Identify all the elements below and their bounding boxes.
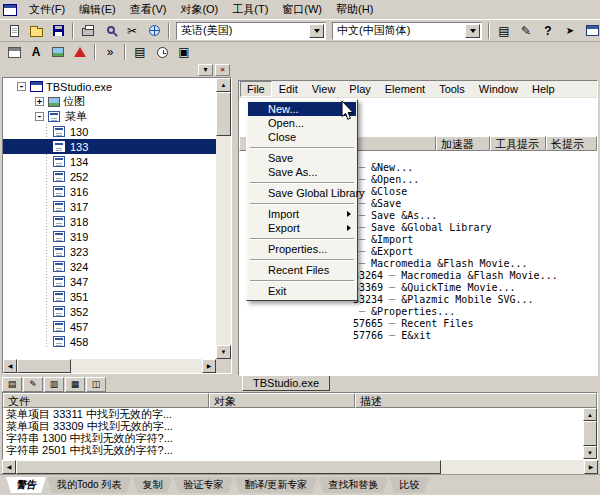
glossary-button[interactable]: ▤ (493, 21, 515, 41)
file-menu-item[interactable] (248, 256, 356, 263)
menubar-item[interactable]: 工具(T) (225, 0, 275, 19)
menubar-item[interactable]: 窗口(W) (275, 0, 329, 19)
open-file-button[interactable] (25, 21, 47, 41)
edit-note-button[interactable]: ✎ (515, 21, 537, 41)
scroll-left-button[interactable]: ◀ (3, 359, 17, 373)
tree-item[interactable]: 457 (3, 319, 216, 334)
navigator-view-button[interactable]: ✎ (23, 377, 43, 392)
scrollbar-track[interactable] (441, 460, 584, 474)
scrollbar-track[interactable] (71, 359, 202, 373)
panel-close-button[interactable]: × (215, 64, 230, 76)
output-col-object[interactable]: 对象 (209, 393, 355, 408)
tree-item[interactable]: 458 (3, 334, 216, 349)
output-col-file[interactable]: 文件 (3, 393, 209, 408)
save-button[interactable] (47, 21, 69, 41)
tree-horizontal-scrollbar[interactable]: ◀ ▶ (3, 359, 231, 373)
tree-item[interactable]: 352 (3, 304, 216, 319)
grid-header-longprompt[interactable]: 长提示 (546, 136, 597, 151)
scrollbar-thumb[interactable] (216, 92, 231, 136)
tree-group-bitmap[interactable]: + 位图 (3, 94, 216, 109)
new-file-button[interactable] (3, 21, 25, 41)
preview-menu-item[interactable]: Element (378, 81, 432, 97)
panel-menu-button[interactable]: ▾ (198, 64, 213, 76)
file-menu-item[interactable]: Import (248, 207, 356, 221)
menubar-item[interactable]: 对象(O) (173, 0, 225, 19)
navigator-view-button[interactable]: ▤ (2, 377, 22, 392)
help-button[interactable]: ? (537, 21, 559, 41)
file-menu-item[interactable]: Save Global Library (248, 186, 356, 200)
output-col-description[interactable]: 描述 (355, 393, 597, 408)
scroll-right-button[interactable]: ▶ (202, 359, 216, 373)
preview-menu-item[interactable]: Play (342, 81, 377, 97)
tree-root-tbstudio[interactable]: - TBStudio.exe (3, 79, 216, 94)
bottom-tab[interactable]: 查找和替换 (318, 477, 388, 493)
context-help-button[interactable]: ➤ (559, 21, 581, 41)
navigator-view-button[interactable]: ▦ (65, 377, 85, 392)
preview-menu-item[interactable]: View (305, 81, 343, 97)
file-menu-item[interactable]: Save (248, 151, 356, 165)
cascade-windows-button[interactable] (581, 21, 600, 41)
validate-button[interactable] (69, 42, 91, 62)
warning-row[interactable]: 字符串 2501 中找到无效的字符?... (3, 444, 583, 456)
preview-menu-item[interactable]: Help (525, 81, 562, 97)
menubar-item[interactable]: 帮助(H) (329, 0, 380, 19)
scroll-up-button[interactable]: ▲ (583, 408, 597, 421)
tree-item[interactable]: 323 (3, 244, 216, 259)
preview-menu-item[interactable]: Tools (432, 81, 472, 97)
tree-item[interactable]: 318 (3, 214, 216, 229)
tree-item[interactable]: 316 (3, 184, 216, 199)
tree-item[interactable]: 252 (3, 169, 216, 184)
cut-button[interactable]: ✂ (121, 21, 143, 41)
menubar-item[interactable]: 查看(V) (123, 0, 174, 19)
file-menu-item[interactable]: Properties... (248, 242, 356, 256)
navigator-view-button[interactable]: ▥ (44, 377, 64, 392)
menubar-item[interactable]: 文件(F) (22, 0, 72, 19)
bottom-tab[interactable]: 比较 (389, 477, 429, 493)
file-menu-item[interactable] (248, 277, 356, 284)
scroll-right-button[interactable]: ▶ (584, 460, 598, 474)
menubar-item[interactable]: 编辑(E) (72, 0, 123, 19)
source-language-dropdown-button[interactable] (309, 24, 324, 38)
bottom-tab[interactable]: 我的Todo 列表 (47, 477, 131, 493)
file-menu-item[interactable]: Exit (248, 284, 356, 298)
file-menu-item[interactable] (248, 200, 356, 207)
scroll-down-button[interactable]: ▼ (216, 345, 231, 359)
file-menu-item[interactable] (248, 179, 356, 186)
tree-item[interactable]: 351 (3, 289, 216, 304)
font-button[interactable]: A (25, 42, 47, 62)
locale-button[interactable] (143, 21, 165, 41)
bottom-tab[interactable]: 翻译/更新专家 (234, 477, 317, 493)
report-button[interactable]: ▤ (129, 42, 151, 62)
tree-item[interactable]: 317 (3, 199, 216, 214)
file-menu-item[interactable]: Save As... (248, 165, 356, 179)
tree-vertical-scrollbar[interactable]: ▲ ▼ (216, 78, 231, 359)
file-menu-item[interactable]: Open... (248, 116, 356, 130)
tree-item[interactable]: 324 (3, 259, 216, 274)
target-language-combo[interactable]: 中文(中国简体) (332, 22, 482, 40)
source-language-combo[interactable]: 英语(美国) (176, 22, 326, 40)
dialog-resource-button[interactable] (3, 42, 25, 62)
tree-group-menu[interactable]: - 菜单 (3, 109, 216, 124)
file-menu-item[interactable] (248, 144, 356, 151)
layout-button[interactable]: ▣ (173, 42, 195, 62)
toolbar-overflow-button[interactable]: » (99, 42, 121, 62)
grid-header-tooltip[interactable]: 工具提示 (490, 136, 546, 151)
menu-item-row[interactable]: 57665 Recent Files (239, 317, 597, 329)
bitmap-resource-button[interactable] (47, 42, 69, 62)
horizontal-scrollbar[interactable]: ◀ ▶ (2, 460, 598, 474)
grid-header-accelerator[interactable]: 加速器 (436, 136, 490, 151)
tree-item[interactable]: 134 (3, 154, 216, 169)
target-language-dropdown-button[interactable] (465, 24, 480, 38)
document-tab[interactable]: TBStudio.exe (242, 376, 330, 391)
find-button[interactable] (99, 21, 121, 41)
print-button[interactable] (77, 21, 99, 41)
schedule-button[interactable] (151, 42, 173, 62)
scrollbar-thumb[interactable] (16, 460, 441, 474)
scroll-down-button[interactable]: ▼ (583, 446, 597, 459)
file-menu-item[interactable]: Close (248, 130, 356, 144)
tree-expander-icon[interactable]: - (35, 112, 44, 121)
scroll-left-button[interactable]: ◀ (2, 460, 16, 474)
preview-menu-item[interactable]: File (240, 81, 272, 97)
scrollbar-thumb[interactable] (17, 359, 71, 373)
tree-expander-icon[interactable]: - (17, 82, 26, 91)
